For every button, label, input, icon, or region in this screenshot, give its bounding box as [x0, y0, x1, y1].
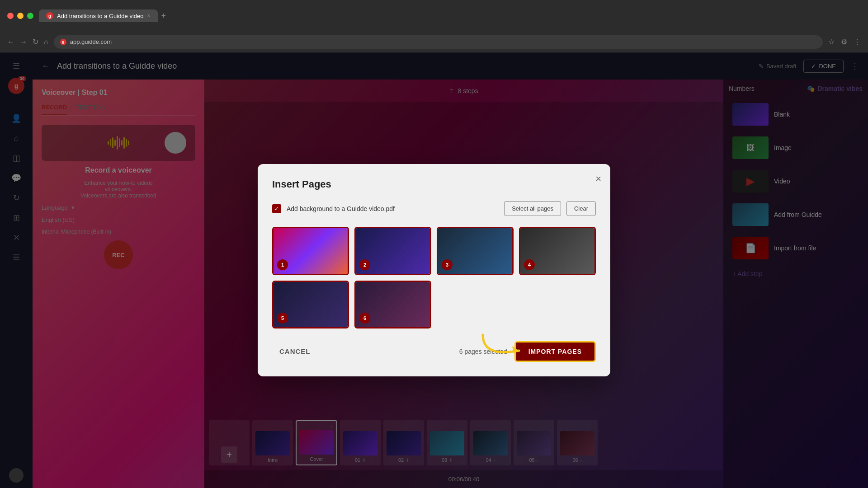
- page-number-badge-5: 5: [277, 313, 288, 324]
- browser-chrome: g Add transitions to a Guidde video × +: [0, 0, 868, 32]
- browser-menu-icon[interactable]: ⋮: [854, 38, 861, 46]
- traffic-lights: [7, 13, 33, 19]
- modal-close-button[interactable]: ×: [595, 173, 601, 185]
- home-nav-button[interactable]: ⌂: [44, 38, 48, 46]
- modal-overlay[interactable]: Insert Pages × ✓ Add background to a Gui…: [0, 52, 868, 488]
- page-number-badge-2: 2: [359, 259, 370, 270]
- page-number-badge-4: 4: [524, 259, 535, 270]
- page-number-badge-6: 6: [359, 313, 370, 324]
- pages-grid: 1 2 3 4: [272, 227, 596, 328]
- browser-action-icons: ☆ ⚙ ⋮: [828, 38, 861, 46]
- select-all-pages-button[interactable]: Select all pages: [504, 201, 561, 216]
- cancel-button[interactable]: CANCEL: [272, 343, 318, 360]
- bookmark-icon[interactable]: ☆: [828, 38, 835, 46]
- file-checkbox[interactable]: ✓: [272, 204, 281, 213]
- active-tab[interactable]: g Add transitions to a Guidde video ×: [39, 9, 158, 22]
- back-nav-button[interactable]: ←: [7, 38, 14, 46]
- file-name-label: Add background to a Guidde video.pdf: [287, 205, 499, 212]
- modal-footer: CANCEL 6 pages selected IMPORT PAGES: [272, 341, 596, 362]
- modal-title: Insert Pages: [272, 178, 596, 190]
- clear-button[interactable]: Clear: [566, 201, 596, 216]
- address-bar-row: ← → ↻ ⌂ g app.guidde.com ☆ ⚙ ⋮: [0, 32, 868, 52]
- address-bar[interactable]: g app.guidde.com: [54, 35, 823, 49]
- page-number-badge-1: 1: [277, 259, 288, 270]
- tab-title: Add transitions to a Guidde video: [57, 13, 144, 19]
- forward-nav-button[interactable]: →: [20, 38, 27, 46]
- minimize-window-button[interactable]: [17, 13, 24, 19]
- maximize-window-button[interactable]: [27, 13, 33, 19]
- tab-close-button[interactable]: ×: [147, 13, 151, 19]
- page-thumb-6[interactable]: 6: [354, 281, 431, 328]
- app-body: ☰ g 30 👤 ⌂ ◫ 💬 ↻ ⊞ ✕ ☰ ← Add transitions…: [0, 52, 868, 488]
- reload-nav-button[interactable]: ↻: [33, 38, 38, 46]
- url-text: app.guidde.com: [70, 38, 112, 45]
- insert-pages-modal: Insert Pages × ✓ Add background to a Gui…: [258, 164, 610, 376]
- page-thumb-3[interactable]: 3: [437, 227, 514, 275]
- page-thumb-2[interactable]: 2: [354, 227, 431, 275]
- extensions-icon[interactable]: ⚙: [841, 38, 847, 46]
- import-pages-button[interactable]: IMPORT PAGES: [514, 341, 596, 362]
- page-thumb-5[interactable]: 5: [272, 281, 349, 328]
- page-thumb-4[interactable]: 4: [519, 227, 596, 275]
- tab-bar: g Add transitions to a Guidde video × +: [39, 9, 861, 22]
- tab-favicon: g: [46, 12, 53, 19]
- modal-file-row: ✓ Add background to a Guidde video.pdf S…: [272, 201, 596, 216]
- page-thumb-1[interactable]: 1: [272, 227, 349, 275]
- new-tab-button[interactable]: +: [161, 11, 166, 21]
- site-favicon: g: [60, 39, 66, 45]
- selected-count-label: 6 pages selected: [459, 348, 507, 355]
- close-window-button[interactable]: [7, 13, 14, 19]
- page-number-badge-3: 3: [442, 259, 453, 270]
